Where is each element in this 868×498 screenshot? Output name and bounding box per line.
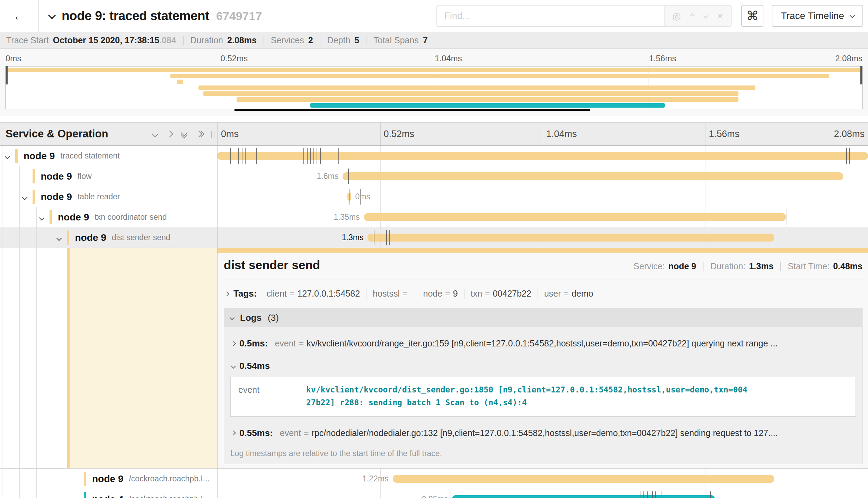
indent-guide: [54, 469, 54, 489]
log-marker-tick: [643, 491, 644, 498]
trace-view-select[interactable]: Trace Timeline: [772, 5, 863, 27]
span-row-timeline: 1.6ms: [218, 166, 868, 187]
span-detail-indent: [0, 248, 218, 468]
log-entry-1[interactable]: 0.5ms: event = kv/kvclient/kvcoord/range…: [230, 338, 856, 349]
log-marker-tick: [787, 209, 787, 225]
minimap-bar-row: [6, 68, 862, 72]
indent-guide: [19, 489, 20, 498]
services-value: 2: [308, 35, 313, 45]
timeline-header-row: Service & Operation 0ms0.52ms1.04ms1.56m…: [0, 122, 868, 146]
service-color-chip: [33, 190, 35, 204]
log1-expand-chevron-icon: [231, 341, 236, 346]
minimap-bar-row: [6, 97, 862, 102]
span-collapse-chevron-icon[interactable]: [40, 215, 44, 221]
expand-all-icon[interactable]: [196, 132, 203, 136]
timeline-minimap-section: 0ms0.52ms1.04ms1.56ms2.08ms: [0, 49, 868, 116]
grid-line: [543, 187, 543, 207]
keyboard-shortcuts-button[interactable]: ⌘: [741, 5, 763, 27]
log-marker-tick: [652, 491, 653, 498]
log-marker-tick: [662, 491, 662, 498]
find-input[interactable]: [437, 6, 664, 26]
indent-guide: [19, 227, 20, 248]
expand-one-icon[interactable]: [166, 130, 173, 137]
ruler-tick-label: 1.56ms: [709, 129, 740, 139]
minimap-span-bar: [6, 68, 862, 72]
span-row[interactable]: node 9flow1.6ms: [0, 166, 868, 187]
collapse-all-icon[interactable]: [182, 130, 187, 137]
indent-guide: [19, 248, 20, 468]
span-bar[interactable]: [218, 152, 868, 160]
log-marker-tick: [386, 230, 387, 245]
service-color-chip: [84, 492, 86, 498]
logs-section: Logs (3) 0.5ms: event = kv/kvclient/kvco…: [224, 308, 862, 464]
log-entry-3[interactable]: 0.55ms: event = rpc/nodedialer/nodediale…: [230, 428, 856, 438]
prev-match-icon[interactable]: [690, 13, 695, 18]
log-marker-tick: [256, 148, 257, 164]
log-marker-tick: [238, 148, 239, 164]
span-name-wrap[interactable]: node 4/cockroach.roachpb.I...: [92, 489, 210, 498]
clear-find-icon[interactable]: ×: [717, 10, 724, 22]
minimap-right-handle[interactable]: [860, 66, 862, 84]
span-row[interactable]: node 9table reader0ms: [0, 187, 868, 207]
span-name-wrap[interactable]: node 9/cockroach.roachpb.I...: [92, 469, 210, 489]
log-marker-tick: [846, 148, 847, 164]
log-marker-tick: [348, 169, 349, 184]
indent-guide: [19, 166, 20, 187]
span-name-wrap[interactable]: node 9txn coordinator send: [58, 207, 167, 227]
span-detail-row: dist sender send Service: node 9 Duratio…: [0, 248, 868, 469]
minimap-span-bar: [310, 103, 664, 108]
span-bar[interactable]: [367, 234, 774, 242]
trace-summary-bar: Trace Start October 15 2020, 17:38:15 .0…: [0, 32, 868, 49]
log3-value: rpc/nodedialer/nodedialer.go:132 [n9,cli…: [312, 428, 778, 438]
tag-txn: txn=00427b22: [464, 289, 538, 299]
focus-match-icon[interactable]: ◎: [672, 10, 681, 22]
span-bar[interactable]: [343, 172, 843, 180]
span-bar[interactable]: [393, 475, 774, 483]
back-button[interactable]: ←: [0, 0, 39, 32]
tags-row[interactable]: Tags: client=127.0.0.1:54582 hostssl= no…: [224, 288, 862, 299]
span-detail-panel: dist sender send Service: node 9 Duratio…: [218, 248, 868, 468]
span-collapse-chevron-icon[interactable]: [57, 235, 61, 242]
tags-label: Tags:: [233, 288, 257, 299]
log-entry-2[interactable]: 0.54ms: [230, 361, 856, 371]
span-collapse-chevron-icon[interactable]: [6, 154, 9, 160]
span-name-wrap[interactable]: node 9table reader: [41, 187, 120, 207]
service-name: node 9: [41, 171, 72, 182]
span-collapse-chevron-icon[interactable]: [23, 194, 27, 201]
trace-title-group: node 9: traced statement 6749717: [39, 9, 262, 23]
collapse-trace-chevron-icon[interactable]: [49, 12, 55, 19]
span-row[interactable]: node 9dist sender send1.3ms: [0, 227, 868, 248]
depth-label: Depth: [327, 35, 351, 45]
span-bar[interactable]: [364, 213, 786, 221]
log-marker-tick: [640, 491, 640, 498]
duration-meta-value: 1.3ms: [749, 261, 773, 271]
span-bar[interactable]: [452, 495, 715, 498]
span-row[interactable]: node 4/cockroach.roachpb.I...0.85ms: [0, 489, 868, 498]
span-row-left: node 9txn coordinator send: [0, 207, 218, 227]
log-marker-tick: [313, 148, 314, 164]
trace-start-ms: .084: [159, 35, 176, 45]
operation-name: traced statement: [60, 151, 119, 161]
collapse-one-icon[interactable]: [152, 130, 159, 137]
expand-collapse-controls: [153, 130, 203, 137]
span-name-wrap[interactable]: node 9dist sender send: [75, 227, 170, 248]
span-name-wrap[interactable]: node 9flow: [41, 166, 92, 187]
operation-name: flow: [78, 172, 92, 181]
tags-expand-chevron-icon[interactable]: [224, 291, 229, 296]
span-name-wrap[interactable]: node 9traced statement: [24, 146, 120, 166]
span-row-left: node 9traced statement: [0, 146, 218, 166]
span-row[interactable]: node 9traced statement: [0, 146, 868, 166]
column-resize-handle[interactable]: [211, 131, 214, 138]
minimap-scrollbar[interactable]: [234, 109, 590, 111]
minimap-viewport[interactable]: [6, 66, 862, 109]
span-row-timeline: 1.35ms: [218, 207, 868, 227]
span-row[interactable]: node 9txn coordinator send1.35ms: [0, 207, 868, 227]
span-row[interactable]: node 9/cockroach.roachpb.I...1.22ms: [0, 469, 868, 489]
service-name: node 9: [75, 232, 106, 243]
minimap-left-handle[interactable]: [6, 66, 8, 84]
next-match-icon[interactable]: [703, 13, 708, 18]
logs-header[interactable]: Logs (3): [224, 308, 862, 327]
span-row-left: node 9table reader: [0, 187, 218, 207]
ruler-tick-label: 1.04ms: [546, 129, 577, 139]
span-row-timeline: [218, 146, 868, 166]
